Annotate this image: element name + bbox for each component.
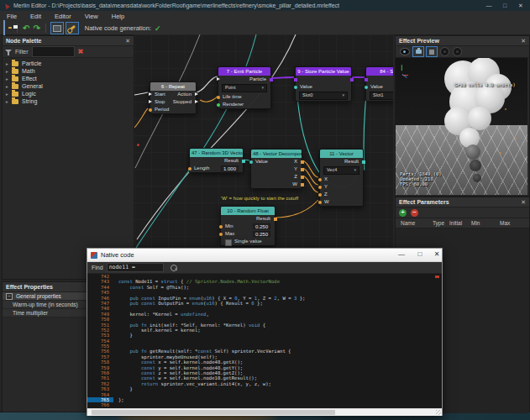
output-pin[interactable] (301, 183, 304, 186)
input-pin[interactable] (318, 186, 322, 189)
input-pin[interactable] (219, 225, 223, 228)
column-min[interactable]: Min (471, 218, 480, 228)
redo-button[interactable]: ↷ (33, 24, 39, 33)
output-pin[interactable] (270, 78, 273, 81)
input-pin[interactable] (318, 201, 322, 204)
code-maximize-button[interactable]: □ (412, 248, 428, 260)
node-title[interactable]: 47 - Random 3D Vector (190, 149, 243, 157)
single-value-checkbox[interactable] (225, 239, 232, 246)
tree-item-math[interactable]: ▸Math (3, 67, 134, 75)
output-pin[interactable] (274, 218, 277, 221)
column-initial[interactable]: Initial (449, 218, 462, 228)
line-number[interactable]: 766 (87, 402, 113, 407)
code-minimize-button[interactable]: — (393, 248, 410, 260)
node-store-particle-value[interactable]: 9 - Store Particle Value Value Slot0▾ (295, 66, 352, 102)
node-title[interactable]: 48 - Vector Decompose (251, 150, 302, 158)
node-title[interactable]: 84 - St (366, 67, 393, 76)
node-title[interactable]: 6 - Repeat (150, 82, 196, 91)
camera-button[interactable] (412, 46, 424, 57)
vector-type-select[interactable]: Vec4▾ (323, 166, 359, 175)
input-pin[interactable] (249, 160, 253, 164)
grid-button[interactable] (426, 46, 438, 57)
find-input[interactable] (107, 263, 164, 272)
search-icon[interactable] (171, 265, 177, 271)
record-button[interactable] (453, 47, 462, 56)
collapse-icon[interactable]: − (6, 293, 13, 300)
output-pin[interactable] (301, 168, 304, 171)
length-value-field[interactable]: 1.000 (221, 165, 239, 171)
tree-item-string[interactable]: ▸String (3, 97, 134, 105)
exec-out-pin[interactable] (195, 92, 198, 96)
slot-select[interactable]: Slot1 (370, 92, 393, 100)
undo-button[interactable]: ↶ (23, 24, 29, 33)
node-repeat[interactable]: 6 - Repeat StartAction StopStopped Perio… (150, 81, 197, 114)
output-pin[interactable] (362, 160, 365, 164)
node-title[interactable]: 11 - Vector (320, 150, 363, 158)
native-code-toggle-button[interactable] (66, 22, 79, 34)
node-vector-decompose[interactable]: 48 - Vector Decompose ValueX Y Z W (250, 149, 302, 189)
play-button[interactable] (440, 47, 449, 56)
input-pin[interactable] (149, 108, 152, 112)
close-icon[interactable]: ✕ (125, 38, 130, 45)
input-pin[interactable] (188, 167, 192, 171)
slot-select[interactable]: Slot0▾ (299, 92, 348, 100)
output-pin[interactable] (301, 160, 304, 164)
exec-in-pin[interactable] (294, 78, 297, 81)
exec-in-pin[interactable] (149, 100, 152, 103)
node-random-float[interactable]: 10 - Random Float Result Min0.250 Max0.2… (220, 206, 275, 246)
exec-in-pin[interactable] (149, 92, 152, 96)
scrollbar-thumb[interactable] (92, 410, 335, 415)
node-vector[interactable]: 11 - Vector Result Vec4▾ X Y Z W (319, 149, 364, 207)
new-file-button[interactable] (3, 21, 5, 36)
input-pin[interactable] (318, 193, 322, 197)
close-icon[interactable]: ✕ (521, 38, 526, 45)
input-pin[interactable] (365, 86, 368, 89)
menu-editor[interactable]: Editor (48, 11, 78, 22)
tree-item-effect[interactable]: ▸Effect (3, 75, 134, 82)
close-button[interactable]: ✕ (513, 0, 528, 11)
node-title[interactable]: 9 - Store Particle Value (296, 67, 351, 76)
tree-item-general[interactable]: ▸General (3, 82, 134, 90)
column-max[interactable]: Max (500, 218, 510, 228)
menu-view[interactable]: View (78, 11, 105, 22)
column-name[interactable]: Name (401, 218, 415, 228)
node-emit-particle[interactable]: 7 - Emit Particle Particle Point▾ Life t… (218, 66, 271, 109)
output-pin[interactable] (242, 160, 245, 163)
tree-item-logic[interactable]: ▸Logic (3, 90, 134, 97)
preview-viewport[interactable]: Grid cells 4.0 unit(s) Parts: 1849 (0) U… (396, 58, 527, 195)
maximize-button[interactable]: □ (497, 0, 512, 11)
resize-grip[interactable] (436, 410, 441, 415)
exec-out-pin[interactable] (195, 100, 198, 103)
input-pin[interactable] (294, 86, 297, 89)
code-window-title-bar[interactable]: Native code (87, 249, 442, 262)
tree-item-particle[interactable]: ▸Particle (3, 60, 134, 67)
clear-filter-icon[interactable]: ✖ (78, 48, 84, 55)
code-editor[interactable]: 742743const Node11 = struct { // Sprinte… (87, 274, 442, 408)
remove-parameter-button[interactable]: − (411, 209, 418, 217)
title-bar[interactable]: Merlin Editor - D:\Projects\basis_data\m… (0, 0, 530, 11)
filter-input[interactable] (32, 46, 75, 57)
close-icon[interactable]: ✕ (521, 199, 526, 206)
eye-icon[interactable] (400, 48, 410, 55)
menu-help[interactable]: Help (105, 11, 131, 22)
minimize-button[interactable]: — (481, 0, 496, 11)
menu-edit[interactable]: Edit (24, 11, 48, 22)
input-pin[interactable] (219, 233, 223, 236)
input-pin[interactable] (217, 96, 220, 99)
column-type[interactable]: Type (433, 218, 444, 228)
input-pin[interactable] (217, 103, 220, 107)
exec-in-pin[interactable] (365, 78, 368, 81)
input-pin[interactable] (318, 178, 322, 181)
node-title[interactable]: 10 - Random Float (221, 207, 275, 215)
code-close-button[interactable]: ✕ (428, 248, 445, 260)
node-random-3d-vector[interactable]: 47 - Random 3D Vector Result Length1.000 (189, 148, 244, 173)
max-value-field[interactable]: 0.250 (253, 231, 270, 237)
horizontal-scrollbar[interactable] (87, 408, 442, 416)
min-value-field[interactable]: 0.250 (253, 223, 270, 229)
exec-in-pin[interactable] (217, 77, 220, 81)
add-parameter-button[interactable]: + (399, 209, 407, 217)
preview-toggle-button[interactable] (50, 22, 64, 34)
node-title[interactable]: 7 - Emit Particle (218, 67, 270, 76)
exec-out-pin[interactable] (350, 78, 354, 81)
output-pin[interactable] (301, 176, 304, 179)
